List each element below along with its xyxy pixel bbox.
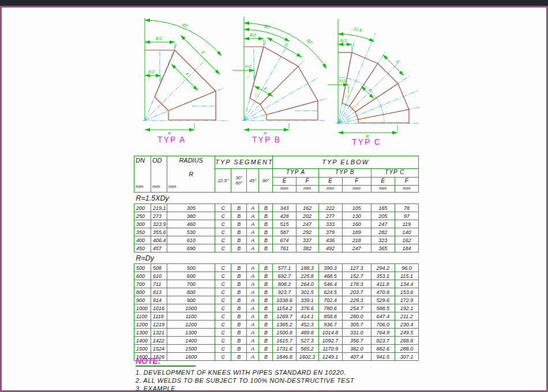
- notes-block: NOTE: 1. DEVELOPMENT OF KNEES WITH PIPES…: [136, 356, 354, 392]
- table-cell: 800: [167, 288, 215, 296]
- table-cell: B: [259, 244, 273, 252]
- table-cell: B: [259, 296, 273, 304]
- table-cell: 1219: [151, 321, 167, 329]
- table-cell: B: [231, 288, 247, 296]
- e-column-header: E: [273, 178, 296, 186]
- table-cell: 229.3: [342, 296, 371, 304]
- col-header-radius: RADIUS R mm: [167, 156, 215, 193]
- table-cell: B: [259, 228, 273, 236]
- segment-angle-header: 90°: [259, 169, 273, 193]
- table-cell: 700: [167, 280, 215, 288]
- typ-a-diagram: 45° E/2 F/2 E F R 67.5° 45° 22.5° TYP A: [134, 11, 232, 152]
- e-column-header: E: [318, 178, 342, 186]
- table-cell: B: [259, 337, 273, 345]
- table-row: 200219,1305CBAB34316222210516578: [134, 204, 419, 212]
- table-cell: 858.8: [318, 312, 342, 321]
- table-cell: 587: [273, 228, 296, 236]
- table-cell: 400: [134, 236, 151, 244]
- table-cell: 355,6: [151, 228, 167, 236]
- table-cell: 247: [296, 220, 318, 228]
- elbow-table: DN mm OD mm RADIUS R: [134, 156, 419, 361]
- table-cell: 280.0: [342, 312, 371, 321]
- drawing-frame: 45° E/2 F/2 E F R 67.5° 45° 22.5° TYP A: [0, 6, 548, 392]
- table-cell: B: [231, 228, 247, 236]
- table-cell: 1170.9: [318, 345, 342, 353]
- table-row: 120012191200CBAB1385.2452.3936.7305.7706…: [134, 321, 419, 329]
- section-title: R=1.5XDy: [134, 193, 419, 204]
- table-cell: 343: [273, 204, 296, 212]
- f-column-header: F: [395, 178, 418, 186]
- table-cell: B: [231, 212, 247, 220]
- table-cell: B: [259, 312, 273, 321]
- table-cell: 300: [134, 220, 151, 228]
- table-cell: C: [215, 228, 231, 236]
- table-cell: 1038.6: [273, 296, 296, 304]
- segment-angle-header: 22.5°: [215, 169, 231, 193]
- ray-angle-label: 15°: [264, 112, 271, 117]
- table-row: 350355,6530CBAB587292379189282140: [134, 228, 419, 236]
- table-cell: 153.6: [395, 288, 418, 296]
- table-cell: A: [247, 345, 259, 353]
- table-cell: 428: [273, 212, 296, 220]
- elbow-table-body: R=1.5XDy200219,1305CBAB34316222210516578…: [134, 193, 419, 361]
- table-cell: 1524: [151, 345, 167, 353]
- table-row: 700711700CBAB808.2264.0546.4178.3411.813…: [134, 280, 419, 288]
- table-cell: 160: [342, 220, 371, 228]
- table-cell: 936.7: [318, 321, 342, 329]
- table-cell: 546.4: [318, 280, 342, 288]
- table-cell: 134.4: [395, 280, 418, 288]
- table-cell: A: [247, 296, 259, 304]
- table-cell: 600: [134, 272, 151, 280]
- table-cell: 307.1: [395, 353, 418, 361]
- table-cell: 500: [134, 264, 151, 272]
- table-cell: 1300: [134, 329, 151, 337]
- table-cell: A: [247, 288, 259, 296]
- table-cell: C: [215, 337, 231, 345]
- table-cell: 225.8: [296, 272, 318, 280]
- table-cell: A: [247, 337, 259, 345]
- table-cell: 702.4: [318, 296, 342, 304]
- table-cell: 941.5: [371, 353, 395, 361]
- elbow-group-header: TYP ELBOW: [273, 156, 419, 169]
- table-cell: 529.6: [371, 296, 395, 304]
- table-cell: 711: [151, 280, 167, 288]
- ray-angle-label: 75°: [245, 74, 250, 81]
- table-cell: 900: [134, 296, 151, 304]
- table-cell: B: [231, 280, 247, 288]
- table-cell: 452.3: [296, 321, 318, 329]
- table-cell: 1014.8: [318, 329, 342, 337]
- table-cell: 411.8: [371, 280, 395, 288]
- table-row: 300323,9460CBAB515247333160247119: [134, 220, 419, 228]
- table-cell: 273: [151, 212, 167, 220]
- table-cell: B: [259, 220, 273, 228]
- table-cell: A: [247, 272, 259, 280]
- table-cell: C: [215, 236, 231, 244]
- note-list: 1. DEVELOPMENT OF KNEES WITH PIPES STAND…: [136, 368, 354, 392]
- e2-dim-label: E/2: [340, 38, 347, 43]
- table-cell: A: [247, 212, 259, 220]
- table-cell: 515: [273, 220, 296, 228]
- drawing-canvas: 45° E/2 F/2 E F R 67.5° 45° 22.5° TYP A: [2, 7, 546, 390]
- table-cell: 211.2: [395, 312, 418, 321]
- table-cell: 1422: [151, 337, 167, 345]
- table-cell: 165: [371, 204, 395, 212]
- table-cell: 339.1: [296, 296, 318, 304]
- table-cell: 1100: [167, 312, 215, 321]
- section-title-row: R=1.5XDy: [134, 193, 419, 204]
- table-cell: 218: [342, 236, 371, 244]
- unit-label: mm: [273, 186, 296, 193]
- table-cell: 823.7: [371, 337, 395, 345]
- table-cell: 1615.7: [273, 337, 296, 345]
- radius-label: RADIUS: [179, 157, 203, 164]
- table-row: 600610600CBAB692.7225.8468.5152.7353.111…: [134, 272, 419, 280]
- table-cell: 379: [318, 228, 342, 236]
- e-column-header: E: [371, 178, 395, 186]
- table-cell: A: [247, 220, 259, 228]
- table-cell: A: [247, 244, 259, 252]
- table-cell: C: [215, 321, 231, 329]
- f2-dim-label: F/2: [245, 64, 252, 69]
- table-cell: 780.6: [318, 304, 342, 312]
- table-cell: A: [247, 321, 259, 329]
- table-cell: 350: [134, 228, 151, 236]
- table-cell: 249.5: [395, 329, 418, 337]
